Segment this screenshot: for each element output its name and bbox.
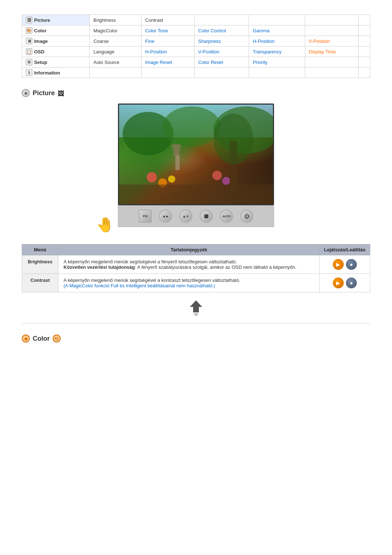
info-icon: ℹ	[26, 69, 32, 76]
nav-display-time[interactable]: Display Time	[305, 46, 358, 57]
info-table: Menü Tartalomjegyzék Lejátszás/Leállítás…	[22, 244, 370, 292]
monitor-btn-menu[interactable]: ⬛	[200, 210, 213, 223]
direct-control-bold: Közvetlen vezérlési tulajdonság	[64, 264, 135, 270]
magiccolor-note: (A MagicColor funkció Full és Intelligen…	[64, 283, 215, 288]
section-divider	[22, 323, 370, 324]
nav-label-color[interactable]: 🎨 Color	[26, 27, 86, 34]
garden-svg	[119, 105, 274, 205]
picture-section-icon: ◉	[22, 89, 30, 97]
header-action: Lejátszás/Leállítás	[319, 244, 370, 255]
picture-icon: 🖼	[26, 17, 32, 23]
nav-table: 🖼 Picture Brightness Contrast 🎨 Color Ma…	[22, 15, 370, 78]
nav-color-reset[interactable]: Color Reset	[195, 57, 249, 68]
monitor-btn-auto[interactable]: AUTO	[220, 210, 233, 223]
svg-point-11	[212, 171, 222, 180]
nav-label-information[interactable]: ℹ Information	[26, 69, 86, 76]
info-action-contrast: ▶ ●	[319, 274, 370, 292]
monitor-btn-power[interactable]: ⏻	[240, 210, 253, 223]
nav-row-information: ℹ Information	[22, 68, 370, 78]
hand-area: 🤚	[118, 223, 274, 233]
nav-v-position-osd[interactable]: V-Position	[195, 46, 249, 57]
svg-point-2	[163, 106, 221, 146]
nav-h-position-osd[interactable]: H-Position	[142, 46, 195, 57]
svg-rect-13	[119, 185, 274, 205]
setup-icon: ⚙	[26, 59, 32, 65]
color-section-icon: ◉	[22, 335, 30, 343]
image-icon: 🖥	[26, 38, 32, 44]
up-arrow-container: up	[22, 300, 370, 316]
svg-point-12	[222, 177, 230, 185]
nav-priority[interactable]: Priority	[249, 57, 305, 68]
svg-point-15	[213, 114, 253, 165]
svg-point-10	[168, 175, 175, 183]
nav-row-color: 🎨 Color MagicColor Color Tone Color Cont…	[22, 25, 370, 36]
nav-transparency[interactable]: Transparency	[249, 46, 305, 57]
nav-magiccolor[interactable]: MagicColor	[90, 25, 142, 36]
brightness-increase-button[interactable]: ▶	[333, 259, 344, 270]
info-action-brightness: ▶ ●	[319, 255, 370, 274]
info-content-brightness: A képernyőn megjelenő menük segítségével…	[58, 255, 320, 274]
up-arrow-icon: up	[187, 300, 205, 316]
nav-contrast[interactable]: Contrast	[142, 15, 195, 25]
osd-icon: 📋	[26, 48, 32, 55]
info-row-contrast: Contrast A képernyőn megjelenő menük seg…	[22, 274, 370, 292]
color-section-heading: ◉ Color 🎨	[22, 335, 370, 343]
color-heading-badge: 🎨	[53, 335, 61, 343]
nav-gamma[interactable]: Gamma	[249, 25, 305, 36]
svg-rect-4	[175, 155, 180, 170]
nav-image-reset[interactable]: Image Reset	[142, 57, 195, 68]
brightness-decrease-button[interactable]: ●	[346, 259, 357, 270]
picture-title: Picture	[33, 89, 55, 97]
info-menu-contrast: Contrast	[22, 274, 58, 292]
svg-point-8	[147, 172, 157, 182]
nav-auto-source[interactable]: Auto Source	[90, 57, 142, 68]
nav-row-picture: 🖼 Picture Brightness Contrast	[22, 15, 370, 25]
monitor-btn-nav[interactable]: ◄►	[159, 210, 172, 223]
header-content: Tartalomjegyzék	[58, 244, 320, 255]
nav-label-image[interactable]: 🖥 Image	[26, 38, 86, 44]
contrast-decrease-button[interactable]: ●	[346, 278, 357, 288]
nav-brightness[interactable]: Brightness	[90, 15, 142, 25]
nav-row-setup: ⚙ Setup Auto Source Image Reset Color Re…	[22, 57, 370, 68]
nav-fine[interactable]: Fine	[142, 36, 195, 46]
nav-row-image: 🖥 Image Coarse Fine Sharpness H-Position…	[22, 36, 370, 46]
monitor-screen	[118, 104, 274, 205]
contrast-increase-button[interactable]: ▶	[333, 278, 344, 288]
info-row-brightness: Brightness A képernyőn megjelenő menük s…	[22, 255, 370, 274]
nav-color-control[interactable]: Color Control	[195, 25, 249, 36]
picture-section-heading: ◉ Picture 🖼	[22, 89, 370, 97]
monitor-btn-brightness[interactable]: ▲☀	[179, 210, 192, 223]
svg-marker-16	[190, 300, 202, 312]
brightness-action-buttons: ▶ ●	[325, 259, 365, 270]
monitor-container: FN ◄► ▲☀ ⬛ AUTO ⏻ 🤚	[22, 104, 370, 233]
picture-heading-badge: 🖼	[58, 90, 65, 96]
header-menu: Menü	[22, 244, 58, 255]
svg-text:up: up	[194, 312, 198, 316]
hand-cursor-icon: 🤚	[96, 216, 114, 233]
nav-sharpness[interactable]: Sharpness	[195, 36, 249, 46]
monitor-btn-fn[interactable]: FN	[139, 210, 152, 223]
nav-label-osd[interactable]: 📋 OSD	[26, 48, 86, 55]
nav-label-picture[interactable]: 🖼 Picture	[26, 17, 86, 23]
nav-color-tone[interactable]: Color Tone	[142, 25, 195, 36]
info-table-header: Menü Tartalomjegyzék Lejátszás/Leállítás	[22, 244, 370, 255]
nav-h-position-img[interactable]: H-Position	[249, 36, 305, 46]
nav-label-setup[interactable]: ⚙ Setup	[26, 59, 86, 65]
color-title: Color	[33, 335, 50, 343]
nav-coarse[interactable]: Coarse	[90, 36, 142, 46]
nav-row-osd: 📋 OSD Language H-Position V-Position Tra…	[22, 46, 370, 57]
nav-language[interactable]: Language	[90, 46, 142, 57]
contrast-action-buttons: ▶ ●	[325, 278, 365, 288]
info-menu-brightness: Brightness	[22, 255, 58, 274]
nav-v-position-img[interactable]: V-Position	[305, 36, 358, 46]
up-arrow-svg: up	[187, 300, 205, 316]
info-content-contrast: A képernyőn megjelenő menük segítségével…	[58, 274, 320, 292]
color-icon: 🎨	[26, 27, 32, 34]
